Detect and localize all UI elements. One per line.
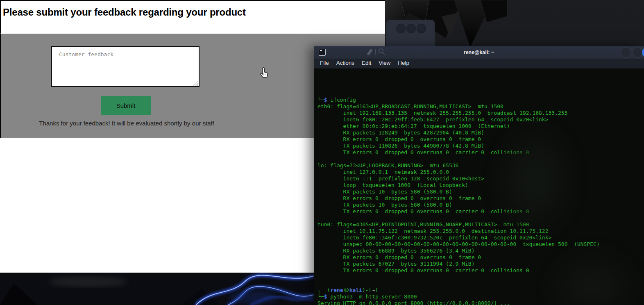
terminal-text: loop txqueuelen 1000 (Local Loopback): [317, 182, 468, 188]
terminal-titlebar[interactable]: rene@kali: ~: [314, 46, 644, 59]
terminal-text: inet 127.0.0.1 netmask 255.0.0.0: [317, 169, 449, 175]
terminal-line: [317, 156, 644, 162]
feedback-textarea-wrapper: [51, 46, 200, 87]
terminal-text: ┌──(: [317, 287, 330, 293]
menu-help[interactable]: Help: [394, 59, 413, 67]
background-window: [386, 20, 435, 47]
terminal-text: kali: [349, 287, 362, 293]
terminal-line: [317, 280, 644, 287]
terminal-text: ether 00:0c:29:eb:64:27 txqueuelen 1000 …: [317, 123, 510, 129]
terminal-text: python3 -m http.server 8000: [327, 294, 417, 300]
terminal-title: rene@kali: ~: [314, 46, 644, 59]
thanks-message: Thanks for your feedback! It will be eva…: [1, 120, 252, 127]
terminal-text: RX errors 0 dropped 0 overruns 0 frame 0: [317, 254, 481, 260]
terminal-icon: [319, 49, 326, 56]
terminal-line: ┌──(rene@kali)-[~]: [317, 287, 644, 294]
terminal-line: TX packets 110826 bytes 44980778 (42.8 M…: [317, 143, 644, 149]
terminal-text: TX errors 0 dropped 0 overruns 0 carrier…: [317, 149, 529, 155]
submit-button[interactable]: Submit: [101, 96, 151, 115]
terminal-line: RX packets 66889 bytes 3566276 (3.4 MiB): [317, 248, 644, 254]
terminal-text: rene: [330, 287, 343, 293]
background-window-dot: [417, 24, 426, 33]
background-window-dot: [406, 24, 416, 33]
terminal-line: eth0: flags=4163<UP,BROADCAST,RUNNING,MU…: [317, 103, 644, 110]
pencil-icon: [367, 49, 372, 55]
terminal-text: )-[: [362, 287, 372, 293]
terminal-text: inet 192.168.133.135 netmask 255.255.255…: [317, 110, 567, 116]
terminal-line: ether 00:0c:29:eb:64:27 txqueuelen 1000 …: [317, 123, 644, 130]
terminal-line: RX errors 0 dropped 0 overruns 0 frame 0: [317, 136, 644, 143]
terminal-line: inet 127.0.0.1 netmask 255.0.0.0: [317, 169, 644, 175]
terminal-text: inet6 ::1 prefixlen 128 scopeid 0x10<hos…: [317, 175, 484, 182]
terminal-line: TX errors 0 dropped 0 overruns 0 carrier…: [317, 149, 644, 156]
terminal-text: RX packets 128249 bytes 42872904 (40.8 M…: [317, 130, 484, 136]
minimize-button[interactable]: [621, 47, 631, 58]
terminal-text: TX errors 0 dropped 0 overruns 0 carrier…: [317, 208, 529, 214]
page-header: Please submit your feedback regarding yo…: [0, 1, 385, 33]
terminal-text: Serving HTTP on 0.0.0.0 port 8000 (http:…: [317, 300, 510, 305]
terminal-line: [317, 215, 644, 221]
terminal-text: RX packets 10 bytes 580 (580.0 B): [317, 189, 452, 195]
terminal-line: RX errors 0 dropped 0 overruns 0 frame 0: [317, 195, 644, 202]
terminal-text: inet 10.11.75.122 netmask 255.255.0.0 de…: [317, 228, 549, 234]
terminal-line: RX packets 10 bytes 580 (580.0 B): [317, 189, 644, 195]
wallpaper-lightning: [0, 273, 314, 305]
terminal-text: RX errors 0 dropped 0 overruns 0 frame 0: [317, 195, 481, 201]
terminal-line: TX errors 0 dropped 0 overruns 0 carrier…: [317, 208, 644, 215]
terminal-line: inet 192.168.133.135 netmask 255.255.255…: [317, 110, 644, 116]
terminal-line: └─$ ifconfig: [317, 97, 644, 103]
terminal-line: TX packets 67027 bytes 3111994 (2.9 MiB): [317, 261, 644, 267]
background-window-dot: [396, 24, 406, 33]
terminal-text: unspec 00-00-00-00-00-00-00-00-00-00-00-…: [317, 241, 600, 247]
terminal-line: RX errors 0 dropped 0 overruns 0 frame 0: [317, 254, 644, 261]
terminal-text: inet6 fe80::20c:29ff:feeb:6427 prefixlen…: [317, 116, 549, 123]
menu-view[interactable]: View: [375, 59, 394, 67]
terminal-text: RX packets 66889 bytes 3566276 (3.4 MiB): [317, 248, 475, 254]
terminal-output[interactable]: └─$ ifconfigeth0: flags=4163<UP,BROADCAS…: [314, 68, 644, 305]
desktop-background: Please submit your feedback regarding yo…: [0, 0, 644, 305]
feedback-textarea[interactable]: [52, 47, 199, 86]
terminal-line: lo: flags=73<UP,LOOPBACK,RUNNING> mtu 65…: [317, 162, 644, 169]
terminal-text: RX errors 0 dropped 0 overruns 0 frame 0: [317, 136, 481, 142]
terminal-text: TX errors 0 dropped 0 overruns 0 carrier…: [317, 267, 529, 273]
terminal-text: └─: [317, 294, 324, 300]
terminal-window: rene@kali: ~ FileActionsEditViewHelp └─$…: [314, 46, 644, 305]
terminal-line: TX errors 0 dropped 0 overruns 0 carrier…: [317, 267, 644, 274]
terminal-line: Serving HTTP on 0.0.0.0 port 8000 (http:…: [317, 300, 644, 305]
terminal-line: inet 10.11.75.122 netmask 255.255.0.0 de…: [317, 228, 644, 234]
terminal-line: inet6 ::1 prefixlen 128 scopeid 0x10<hos…: [317, 175, 644, 182]
terminal-text: eth0: flags=4163<UP,BROADCAST,RUNNING,MU…: [317, 103, 503, 109]
menu-file[interactable]: File: [316, 59, 333, 67]
terminal-text: lo: flags=73<UP,LOOPBACK,RUNNING> mtu 65…: [317, 162, 458, 168]
terminal-line: inet6 fe80::346f:c300:9732:520c prefixle…: [317, 234, 644, 241]
menu-actions[interactable]: Actions: [333, 59, 358, 67]
terminal-text: tun0: flags=4305<UP,POINTOPOINT,RUNNING,…: [317, 221, 529, 228]
terminal-menubar: FileActionsEditViewHelp: [314, 59, 644, 68]
page-title: Please submit your feedback regarding yo…: [3, 7, 382, 18]
terminal-text: TX packets 10 bytes 580 (580.0 B): [317, 202, 452, 208]
terminal-line: inet6 fe80::20c:29ff:feeb:6427 prefixlen…: [317, 116, 644, 123]
terminal-text: TX packets 110826 bytes 44980778 (42.8 M…: [317, 143, 484, 149]
ghost-toolbar-icons: [366, 48, 389, 56]
terminal-line: RX packets 128249 bytes 42872904 (40.8 M…: [317, 130, 644, 136]
terminal-text: └─: [317, 97, 324, 103]
terminal-text: ]: [375, 287, 378, 293]
terminal-line: └─$ python3 -m http.server 8000: [317, 294, 644, 300]
terminal-line: loop txqueuelen 1000 (Local Loopback): [317, 182, 644, 189]
terminal-text: @: [344, 288, 349, 292]
terminal-line: TX packets 10 bytes 580 (580.0 B): [317, 202, 644, 208]
terminal-line: unspec 00-00-00-00-00-00-00-00-00-00-00-…: [317, 241, 644, 248]
terminal-line: tun0: flags=4305<UP,POINTOPOINT,RUNNING,…: [317, 221, 644, 228]
terminal-text: ifconfig: [327, 97, 356, 103]
terminal-line: [317, 274, 644, 280]
terminal-text: inet6 fe80::346f:c300:9732:520c prefixle…: [317, 234, 551, 241]
terminal-text: TX packets 67027 bytes 3111994 (2.9 MiB): [317, 261, 475, 267]
menu-edit[interactable]: Edit: [358, 59, 375, 67]
maximize-button[interactable]: [632, 47, 643, 58]
magnifier-icon: [379, 49, 383, 53]
